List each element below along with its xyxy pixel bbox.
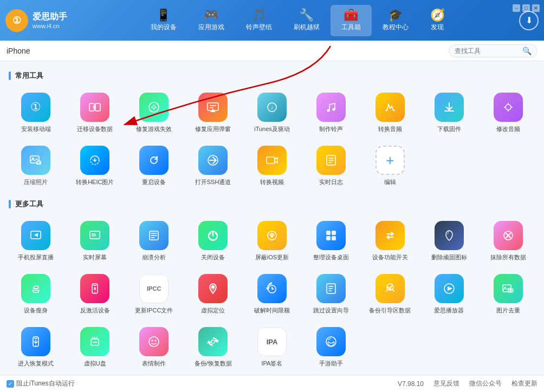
tool-restart-label: 重启设备 <box>142 178 166 186</box>
svg-rect-28 <box>326 236 331 240</box>
update-link[interactable]: 检查更新 <box>511 379 537 388</box>
tool-make-ringtone[interactable]: 制作铃声 <box>303 88 358 137</box>
toolbox-label: 工具箱 <box>341 23 361 32</box>
tool-virtual-location[interactable]: 虚拟定位 <box>186 270 241 318</box>
tool-compress-photo-icon <box>21 146 50 175</box>
svg-rect-27 <box>332 231 336 235</box>
tool-aisou-player[interactable]: 爱思播放器 <box>422 270 476 318</box>
tool-organize-desktop-label: 整理设备桌面 <box>313 253 349 261</box>
tool-migrate-data[interactable]: 迁移设备数据 <box>68 88 122 137</box>
tool-screen-cast[interactable]: 手机投屏直播 <box>9 217 63 265</box>
tool-wipe-data[interactable]: 抹除所有数据 <box>481 217 535 265</box>
wechat-link[interactable]: 微信公众号 <box>469 379 502 388</box>
tool-backup-sector-icon <box>375 274 405 303</box>
itunes-checkbox[interactable] <box>7 380 14 388</box>
tool-block-update-label: 屏蔽iOS更新 <box>255 253 289 261</box>
tool-fix-game[interactable]: 修复游戏失效 <box>127 88 182 137</box>
tool-mobile-game[interactable]: 手游助手 <box>303 323 358 371</box>
maximize-btn[interactable]: □ <box>522 4 530 12</box>
tool-heic[interactable]: 转换HEIC图片 <box>68 141 122 190</box>
tool-screen-cast-icon <box>21 221 50 250</box>
minimize-btn[interactable]: － <box>513 4 520 12</box>
svg-rect-29 <box>332 236 336 240</box>
tool-realtime-log-icon <box>316 146 346 175</box>
tool-recovery-mode[interactable]: 进入恢复模式 <box>9 323 63 371</box>
tool-delete-icons-label: 删除顽固图标 <box>431 253 467 261</box>
header-right: ⬇ <box>519 11 539 30</box>
apps-games-label: 应用游戏 <box>198 23 224 32</box>
tool-device-switch[interactable]: 设备功能开关 <box>362 217 417 265</box>
tool-wipe-data-icon <box>494 221 523 250</box>
svg-point-4 <box>152 107 153 108</box>
tool-crash-analysis[interactable]: 崩溃分析 <box>127 217 182 265</box>
tool-emoji-maker[interactable]: 表情制作 <box>127 323 182 371</box>
tool-convert-video-label: 转换视频 <box>260 178 284 186</box>
tool-restart-icon <box>139 146 169 175</box>
tool-block-update[interactable]: 屏蔽iOS更新 <box>245 217 300 265</box>
apps-games-icon: 🎮 <box>204 9 218 21</box>
tool-device-switch-icon <box>375 221 405 250</box>
feedback-link[interactable]: 意见反馈 <box>433 379 459 388</box>
nav-ringtones[interactable]: 🎵 铃声壁纸 <box>235 5 283 36</box>
svg-point-44 <box>211 340 215 343</box>
tool-delete-icons[interactable]: 删除顽固图标 <box>422 217 476 265</box>
tool-slim-device[interactable]: 设备瘦身 <box>9 270 63 318</box>
tool-backup-sector[interactable]: 备份引导区数据 <box>362 270 417 318</box>
svg-point-3 <box>149 102 159 112</box>
tool-itunes[interactable]: ♪ iTunes及驱动 <box>245 88 300 137</box>
tool-ipa-sign[interactable]: IPA IPA签名 <box>245 323 300 371</box>
tool-organize-desktop[interactable]: 整理设备桌面 <box>303 217 358 265</box>
itunes-checkbox-label: 阻止iTunes自动运行 <box>16 379 75 388</box>
window-controls: － □ ✕ <box>513 4 540 12</box>
tool-add-edit[interactable]: + 编辑 <box>362 141 417 190</box>
tool-shutdown[interactable]: 关闭设备 <box>186 217 241 265</box>
tool-download-firmware[interactable]: 下载固件 <box>422 88 476 137</box>
nav-my-device[interactable]: 📱 我的设备 <box>140 5 187 36</box>
tool-shutdown-icon <box>198 221 228 250</box>
search-input[interactable] <box>455 47 520 55</box>
tool-break-time[interactable]: 破解时间限额 <box>245 270 300 318</box>
logo-area: ① 爱思助手 www.i4.cn <box>5 9 76 32</box>
tool-live-screen[interactable]: 实时屏幕 <box>68 217 122 265</box>
tool-backup-restore[interactable]: 备份/恢复数据 <box>186 323 241 371</box>
tool-virtual-location-label: 虚拟定位 <box>201 306 225 314</box>
tool-device-switch-label: 设备功能开关 <box>372 253 408 261</box>
svg-text:♪: ♪ <box>270 104 273 110</box>
close-btn[interactable]: ✕ <box>532 4 540 12</box>
nav-apps-games[interactable]: 🎮 应用游戏 <box>187 5 235 36</box>
tool-ipcc[interactable]: IPCC 更新IPCC文件 <box>127 270 182 318</box>
tool-virtual-location-icon <box>198 274 228 303</box>
svg-point-5 <box>155 107 157 108</box>
tool-convert-audio-label: 转换音频 <box>378 125 402 133</box>
nav-tutorials[interactable]: 🎓 教程中心 <box>372 5 419 36</box>
tool-aisou-player-label: 爱思播放器 <box>434 306 464 314</box>
tool-realtime-log[interactable]: 实时日志 <box>303 141 358 190</box>
tool-ipcc-icon: IPCC <box>139 274 169 303</box>
nav-toolbox[interactable]: 🧰 工具箱 <box>331 5 372 36</box>
tool-virtual-udisk[interactable]: 虚拟U盘 <box>68 323 122 371</box>
tool-deactivate-label: 反激活设备 <box>80 306 110 314</box>
download-button[interactable]: ⬇ <box>519 11 539 30</box>
itunes-checkbox-item[interactable]: 阻止iTunes自动运行 <box>7 379 75 388</box>
tool-convert-audio[interactable]: 转换音频 <box>362 88 417 137</box>
tool-dedup-photo[interactable]: 图片去重 <box>481 270 535 318</box>
tool-modify-audio[interactable]: 修改音频 <box>481 88 535 137</box>
tool-compress-photo-label: 压缩照片 <box>24 178 48 186</box>
tool-compress-photo[interactable]: 压缩照片 <box>9 141 63 190</box>
tutorials-label: 教程中心 <box>383 23 409 32</box>
tool-dedup-photo-label: 图片去重 <box>496 306 520 314</box>
tool-skip-setup[interactable]: 跳过设置向导 <box>303 270 358 318</box>
tool-aisou-player-icon <box>435 274 464 303</box>
nav-discover[interactable]: 🧭 发现 <box>419 5 456 36</box>
tool-install-app-icon: ① <box>21 93 50 122</box>
search-box: 🔍 <box>449 44 537 57</box>
tool-install-app[interactable]: ① 安装移动端 <box>9 88 63 137</box>
svg-point-43 <box>155 340 157 342</box>
tool-convert-video[interactable]: 转换视频 <box>245 141 300 190</box>
nav-jailbreak[interactable]: 🔧 刷机越狱 <box>283 5 331 36</box>
tool-ssh[interactable]: 打开SSH通道 <box>186 141 241 190</box>
tool-fix-game-icon <box>139 93 169 122</box>
tool-deactivate[interactable]: 反激活设备 <box>68 270 122 318</box>
tool-fix-popup[interactable]: 修复应用弹窗 <box>186 88 241 137</box>
tool-restart[interactable]: 重启设备 <box>127 141 182 190</box>
